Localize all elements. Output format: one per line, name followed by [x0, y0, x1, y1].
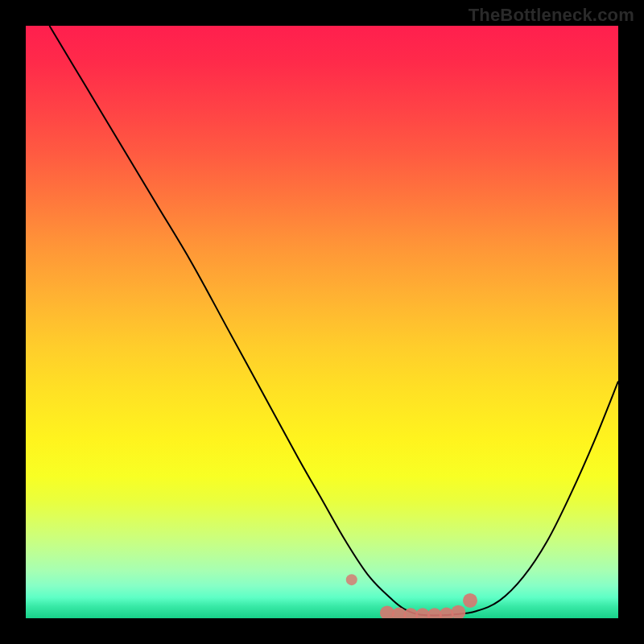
- watermark-text: TheBottleneck.com: [469, 5, 634, 26]
- optimal-marker: [346, 574, 357, 585]
- chart-svg: [26, 26, 618, 618]
- optimal-marker: [463, 593, 477, 608]
- optimal-marker: [451, 605, 465, 618]
- optimal-range-markers: [346, 574, 477, 618]
- chart-plot-area: [26, 26, 618, 618]
- bottleneck-curve-line: [49, 26, 618, 615]
